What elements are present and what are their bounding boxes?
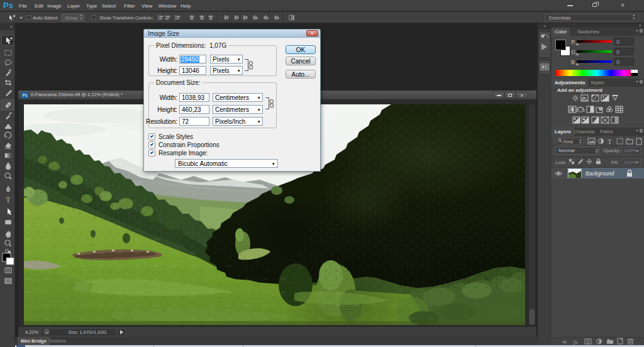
svg-text:fx: fx [574,339,578,345]
svg-text:«: « [543,24,546,28]
svg-text:T: T [6,196,11,204]
svg-text:∞: ∞ [562,338,567,345]
svg-text:T: T [608,138,612,145]
